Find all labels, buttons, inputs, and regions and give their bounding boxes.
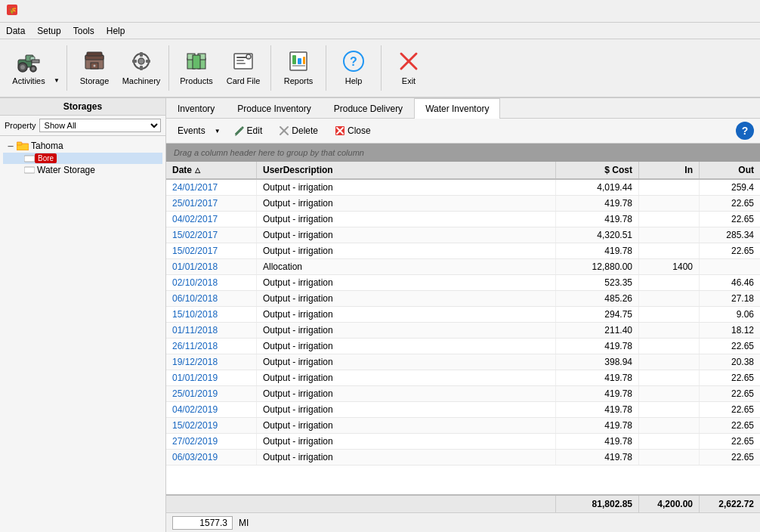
menu-help[interactable]: Help — [100, 24, 131, 38]
cell-date: 24/01/2017 — [166, 180, 257, 195]
col-header-cost[interactable]: $ Cost — [556, 162, 639, 178]
products-button[interactable]: Products — [174, 42, 219, 94]
help-icon: ? — [341, 49, 366, 73]
cell-desc: Output - irrigation — [257, 212, 556, 227]
tab-inventory[interactable]: Inventory — [166, 98, 226, 119]
cell-out: 285.34 — [700, 227, 760, 243]
table-row[interactable]: 01/01/2018 Allocation 12,880.00 1400 — [166, 259, 760, 275]
help-circle-button[interactable]: ? — [736, 122, 754, 140]
cell-cost: 294.75 — [556, 307, 639, 322]
events-dropdown-arrow[interactable]: ▼ — [211, 122, 224, 139]
cell-in — [639, 180, 700, 195]
tree-item-tahoma[interactable]: ─ Tahoma — [3, 139, 162, 153]
table-row[interactable]: 25/01/2019 Output - irrigation 419.78 22… — [166, 386, 760, 402]
separator-2 — [168, 45, 169, 91]
table-row[interactable]: 01/01/2019 Output - irrigation 419.78 22… — [166, 370, 760, 386]
reports-button[interactable]: Reports — [276, 42, 321, 94]
table-row[interactable]: 01/11/2018 Output - irrigation 211.40 18… — [166, 323, 760, 339]
col-header-desc[interactable]: UserDescription — [257, 162, 556, 178]
table-row[interactable]: 27/02/2019 Output - irrigation 419.78 22… — [166, 434, 760, 450]
tab-produce-inventory[interactable]: Produce Inventory — [226, 98, 322, 119]
menu-tools[interactable]: Tools — [67, 24, 100, 38]
cell-desc: Output - irrigation — [257, 180, 556, 195]
help-button[interactable]: ? Help — [331, 42, 376, 94]
events-label: Events — [178, 125, 205, 136]
edit-button[interactable]: Edit — [227, 122, 270, 139]
svg-text:i: i — [248, 55, 249, 60]
cell-in — [639, 291, 700, 306]
cell-out: 20.38 — [700, 354, 760, 370]
tree-item-water-storage[interactable]: Water Storage — [3, 164, 162, 176]
table-row[interactable]: 19/12/2018 Output - irrigation 398.94 20… — [166, 354, 760, 370]
table-row[interactable]: 06/10/2018 Output - irrigation 485.26 27… — [166, 291, 760, 307]
bore-label: Bore — [35, 153, 57, 163]
table-row[interactable]: 04/02/2017 Output - irrigation 419.78 22… — [166, 212, 760, 227]
separator-1 — [66, 45, 67, 91]
exit-button[interactable]: Exit — [386, 42, 431, 94]
separator-3 — [270, 45, 271, 91]
maximize-button[interactable] — [713, 4, 733, 19]
exit-icon — [397, 49, 421, 73]
activities-dropdown-arrow[interactable]: ▼ — [51, 42, 62, 94]
cell-out: 22.65 — [700, 386, 760, 401]
table-row[interactable]: 24/01/2017 Output - irrigation 4,019.44 … — [166, 180, 760, 196]
activities-button[interactable]: Activities — [6, 42, 51, 94]
col-header-out[interactable]: Out — [700, 162, 760, 178]
folder-icon — [17, 141, 29, 150]
storage-tree: ─ Tahoma Bore Water Storage — [0, 136, 165, 532]
exit-label: Exit — [402, 76, 416, 86]
table-row[interactable]: 26/11/2018 Output - irrigation 419.78 22… — [166, 339, 760, 354]
cell-desc: Output - irrigation — [257, 291, 556, 306]
minimize-button[interactable] — [692, 4, 712, 19]
table-row[interactable]: 02/10/2018 Output - irrigation 523.35 46… — [166, 275, 760, 291]
cell-date: 25/01/2017 — [166, 196, 257, 211]
cell-in — [639, 354, 700, 370]
main-content: Storages Property Show All Active Inacti… — [0, 98, 760, 532]
cell-cost: 419.78 — [556, 402, 639, 417]
tab-water-inventory[interactable]: Water Inventory — [414, 98, 500, 119]
cell-date: 26/11/2018 — [166, 339, 257, 354]
menu-data[interactable]: Data — [0, 24, 31, 38]
delete-button[interactable]: Delete — [272, 122, 325, 139]
cell-cost: 398.94 — [556, 354, 639, 370]
cell-cost: 485.26 — [556, 291, 639, 306]
cell-date: 01/11/2018 — [166, 323, 257, 338]
table-row[interactable]: 15/02/2017 Output - irrigation 419.78 22… — [166, 243, 760, 259]
cell-cost: 419.78 — [556, 450, 639, 465]
menu-setup[interactable]: Setup — [31, 24, 66, 38]
close-button-action[interactable]: Close — [328, 122, 378, 139]
col-header-date[interactable]: Date △ — [166, 162, 257, 178]
drag-header: Drag a column header here to group by th… — [166, 144, 760, 162]
property-select[interactable]: Show All Active Inactive — [39, 119, 161, 132]
footer-out: 2,622.72 — [700, 496, 760, 512]
cell-date: 01/01/2018 — [166, 259, 257, 274]
status-value: 1577.3 — [172, 516, 233, 530]
cardfile-button[interactable]: i Card File — [221, 42, 266, 94]
table-row[interactable]: 06/03/2019 Output - irrigation 419.78 22… — [166, 450, 760, 466]
table-row[interactable]: 25/01/2017 Output - irrigation 419.78 22… — [166, 196, 760, 212]
table-row[interactable]: 15/10/2018 Output - irrigation 294.75 9.… — [166, 307, 760, 323]
machinery-button[interactable]: Machinery — [119, 42, 164, 94]
cell-out: 22.65 — [700, 243, 760, 258]
window-controls — [692, 4, 754, 19]
cell-desc: Output - irrigation — [257, 196, 556, 211]
col-header-in[interactable]: In — [639, 162, 700, 178]
cell-date: 04/02/2019 — [166, 402, 257, 417]
title-bar: 🌾 — [0, 0, 760, 23]
sort-arrow-date: △ — [195, 166, 200, 174]
cell-in — [639, 450, 700, 465]
machinery-icon — [129, 49, 153, 73]
svg-rect-25 — [193, 55, 200, 69]
storage-button[interactable]: Storage — [72, 42, 117, 94]
cell-out: 9.06 — [700, 307, 760, 322]
toolbar: Activities ▼ Storage — [0, 39, 760, 98]
tree-item-bore[interactable]: Bore — [3, 153, 162, 164]
table-row[interactable]: 04/02/2019 Output - irrigation 419.78 22… — [166, 402, 760, 418]
cell-cost: 419.78 — [556, 196, 639, 211]
events-button[interactable]: Events — [172, 122, 211, 139]
close-button[interactable] — [734, 4, 754, 19]
table-row[interactable]: 15/02/2017 Output - irrigation 4,320.51 … — [166, 227, 760, 243]
table-row[interactable]: 15/02/2019 Output - irrigation 419.78 22… — [166, 418, 760, 434]
tab-produce-delivery[interactable]: Produce Delivery — [323, 98, 414, 119]
cell-cost: 419.78 — [556, 212, 639, 227]
